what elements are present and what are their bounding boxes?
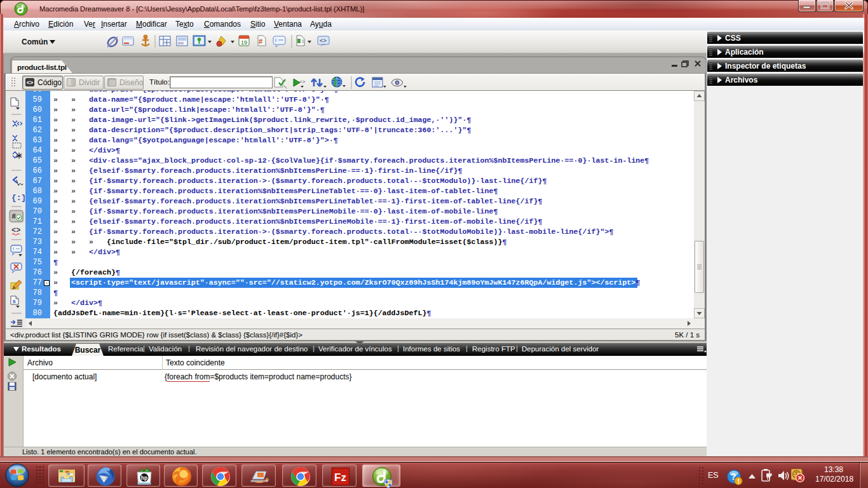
svg-text:#: #: [12, 212, 16, 220]
svg-text:<>: <>: [299, 79, 306, 85]
svg-text:#: #: [259, 37, 262, 45]
svg-text:<>: <>: [320, 38, 327, 44]
svg-text:{:}: {:}: [11, 193, 25, 203]
svg-text:19: 19: [241, 39, 247, 46]
svg-text:hp: hp: [141, 475, 147, 481]
svg-text:Fz: Fz: [334, 471, 346, 484]
svg-text:s: s: [13, 299, 16, 305]
